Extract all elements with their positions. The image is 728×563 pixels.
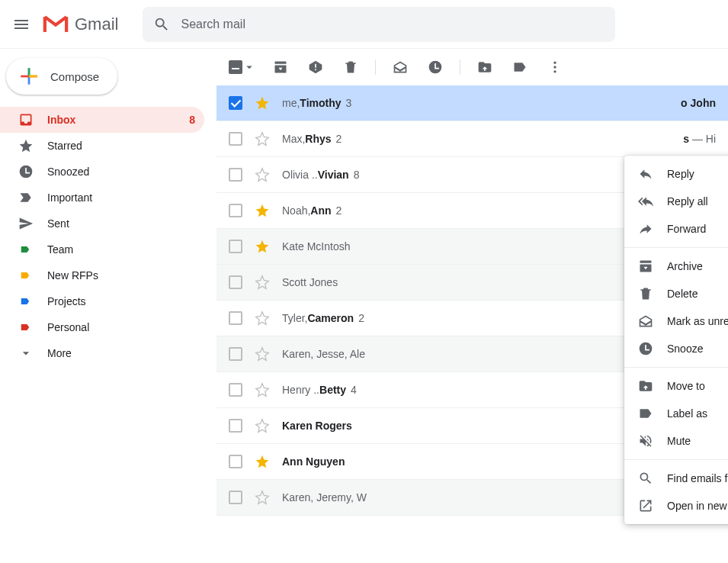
menu-icon[interactable] — [12, 15, 30, 34]
delete-button[interactable] — [335, 52, 366, 82]
row-checkbox[interactable] — [229, 311, 242, 325]
folder-move-icon — [638, 378, 653, 394]
search-bar[interactable]: Search mail — [143, 7, 615, 42]
gmail-logo[interactable]: Gmail — [43, 14, 118, 34]
email-row[interactable]: Max, Rhys2s — Hi — [216, 121, 728, 157]
sender: Olivia .. Vivian8 — [282, 169, 359, 181]
sidebar-item-sent[interactable]: Sent — [0, 211, 204, 236]
sidebar-item-more[interactable]: More — [0, 340, 204, 366]
menu-separator — [624, 247, 728, 248]
menu-find-from[interactable]: Find emails from Timothy Williamson — [624, 465, 728, 492]
sidebar-label: Team — [47, 243, 73, 256]
row-checkbox[interactable] — [229, 132, 242, 146]
sidebar-item-personal[interactable]: Personal — [0, 314, 204, 340]
menu-label: Mute — [667, 435, 691, 447]
mail-content: me, Timothy3o JohnMax, Rhys2s — HiOlivia… — [216, 49, 728, 563]
sidebar: Compose Inbox 8 Starred Snoozed Importan… — [0, 49, 216, 563]
menu-reply-all[interactable]: Reply all — [624, 188, 728, 215]
sidebar-item-inbox[interactable]: Inbox 8 — [0, 107, 204, 133]
menu-mark-unread[interactable]: Mark as unread — [624, 307, 728, 335]
select-all-checkbox[interactable] — [229, 60, 256, 74]
sidebar-label: Snoozed — [47, 166, 89, 178]
sent-icon — [18, 216, 34, 231]
star-icon[interactable] — [255, 490, 270, 505]
star-icon[interactable] — [255, 131, 270, 146]
clock-icon — [638, 341, 653, 356]
menu-move-to[interactable]: Move to — [624, 372, 728, 400]
menu-archive[interactable]: Archive — [624, 253, 728, 280]
label-icon — [18, 244, 32, 255]
sidebar-item-important[interactable]: Important — [0, 185, 204, 211]
star-icon[interactable] — [255, 275, 270, 290]
star-icon[interactable] — [255, 167, 270, 182]
menu-label: Mark as unread — [667, 315, 728, 327]
menu-open-new-window[interactable]: Open in new window — [624, 492, 728, 520]
sidebar-item-starred[interactable]: Starred — [0, 133, 204, 159]
inbox-count: 8 — [189, 114, 195, 126]
spam-icon — [308, 60, 323, 75]
sidebar-label: Projects — [47, 295, 86, 307]
row-checkbox[interactable] — [229, 455, 242, 468]
menu-label: Find emails from Timothy Williamson — [667, 472, 728, 484]
row-checkbox[interactable] — [229, 168, 242, 182]
row-checkbox[interactable] — [229, 383, 242, 397]
menu-label-as[interactable]: Label as — [624, 400, 728, 427]
menu-reply[interactable]: Reply — [624, 160, 728, 188]
sidebar-item-new-rfps[interactable]: New RFPs — [0, 262, 204, 288]
sender: Henry .. Betty4 — [282, 384, 357, 396]
star-icon[interactable] — [255, 346, 270, 362]
sender: Karen, Jesse, Ale — [282, 348, 365, 360]
star-icon[interactable] — [255, 382, 270, 397]
compose-button[interactable]: Compose — [6, 58, 117, 95]
app-name: Gmail — [75, 14, 118, 34]
move-to-button[interactable] — [470, 52, 500, 82]
separator — [460, 60, 460, 75]
mail-open-icon — [638, 314, 653, 329]
more-button[interactable] — [540, 52, 570, 82]
menu-mute[interactable]: Mute — [624, 427, 728, 455]
mute-icon — [638, 433, 653, 449]
star-icon[interactable] — [255, 203, 270, 218]
reply-icon — [638, 166, 653, 182]
menu-label: Move to — [667, 380, 705, 392]
star-icon[interactable] — [255, 310, 270, 326]
toolbar — [216, 49, 728, 85]
sidebar-item-projects[interactable]: Projects — [0, 288, 204, 314]
menu-label: Label as — [667, 407, 707, 420]
menu-label: Forward — [667, 223, 706, 235]
sidebar-item-team[interactable]: Team — [0, 236, 204, 262]
row-checkbox[interactable] — [229, 419, 242, 433]
sender: Karen Rogers — [282, 420, 352, 432]
labels-button[interactable] — [505, 52, 535, 82]
sidebar-label: More — [47, 347, 72, 359]
star-icon[interactable] — [255, 454, 270, 469]
sidebar-item-snoozed[interactable]: Snoozed — [0, 159, 204, 185]
report-spam-button[interactable] — [300, 52, 331, 82]
snooze-button[interactable] — [420, 52, 451, 82]
menu-snooze[interactable]: Snooze — [624, 335, 728, 362]
mail-open-icon — [393, 60, 408, 75]
star-icon[interactable] — [255, 95, 270, 111]
row-checkbox[interactable] — [229, 347, 242, 361]
menu-label: Reply — [667, 168, 694, 180]
mark-unread-button[interactable] — [385, 52, 415, 82]
sidebar-label: Inbox — [47, 114, 75, 126]
folder-move-icon — [477, 60, 492, 75]
sender: Karen, Jeremy, W — [282, 491, 367, 503]
row-checkbox[interactable] — [229, 96, 242, 110]
search-placeholder: Search mail — [181, 18, 245, 31]
row-checkbox[interactable] — [229, 204, 242, 217]
snippet: s — Hi — [677, 133, 716, 145]
sidebar-label: New RFPs — [47, 269, 98, 282]
email-row[interactable]: me, Timothy3o John — [216, 85, 728, 121]
menu-forward[interactable]: Forward — [624, 215, 728, 243]
star-icon[interactable] — [255, 418, 270, 433]
menu-delete[interactable]: Delete — [624, 280, 728, 307]
forward-icon — [638, 221, 653, 236]
star-icon[interactable] — [255, 239, 270, 254]
row-checkbox[interactable] — [229, 240, 242, 253]
row-checkbox[interactable] — [229, 491, 242, 504]
row-checkbox[interactable] — [229, 275, 242, 289]
archive-button[interactable] — [265, 52, 296, 82]
inbox-icon — [18, 112, 34, 127]
